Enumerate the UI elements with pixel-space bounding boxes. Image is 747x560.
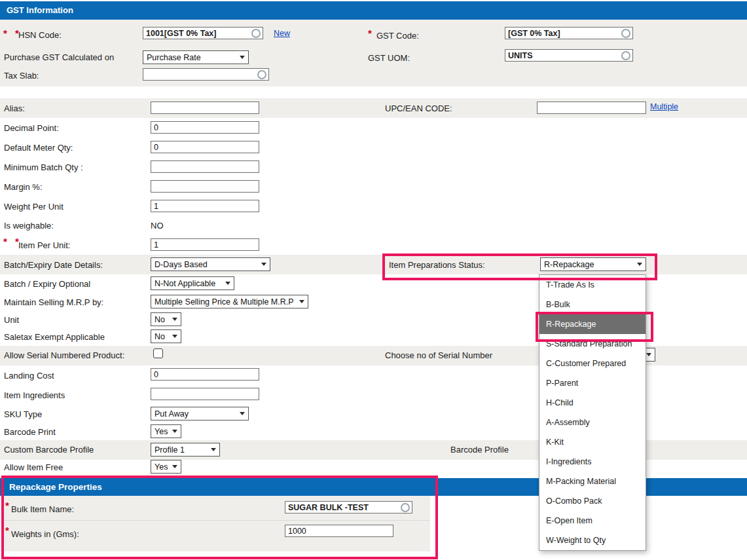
page-title: GST Information (7, 5, 73, 15)
gst-uom-label: GST UOM: (368, 53, 410, 63)
allow-serial-checkbox[interactable] (153, 348, 163, 358)
bulk-item-name-value: SUGAR BULK -TEST (288, 503, 401, 512)
alias-label: Alias: (4, 103, 25, 113)
dropdown-option-label: A-Assembly (546, 418, 590, 427)
margin-label: Margin %: (4, 182, 43, 192)
barcode-print-select[interactable]: Yes (151, 424, 181, 438)
alias-input[interactable] (151, 102, 259, 114)
sku-type-label: SKU Type (4, 409, 42, 419)
dropdown-option-label: O-Combo Pack (546, 496, 602, 506)
dropdown-option-label: H-Child (546, 398, 574, 407)
unit-select[interactable]: No (151, 312, 181, 326)
batch-expiry-optional-label: Batch / Expiry Optional (4, 279, 90, 289)
dropdown-option[interactable]: R-Repackage (539, 314, 646, 334)
dropdown-option[interactable]: W-Weight to Qty (539, 531, 646, 550)
is-weighable-label: Is weighable: (4, 221, 54, 231)
dropdown-arrow-icon (172, 335, 177, 338)
landing-cost-input[interactable] (151, 368, 259, 381)
batch-expiry-details-value: D-Days Based (155, 260, 259, 269)
gst-information-page: GST Information * * HSN Code: 1001[GST 0… (0, 0, 747, 560)
bulk-item-name-label: Bulk Item Name: (11, 504, 74, 514)
item-ingredients-label: Item Ingredients (4, 390, 65, 400)
item-per-unit-label: Item Per Unit: (18, 240, 70, 250)
item-ingredients-input[interactable] (151, 388, 259, 400)
batch-expiry-details-label: Batch/Expiry Date Details: (4, 260, 103, 270)
lookup-circle-icon[interactable] (257, 70, 266, 79)
saletax-exempt-select[interactable]: No (151, 329, 181, 343)
dropdown-option[interactable]: A-Assembly (539, 413, 646, 432)
gst-code-required-asterisk: * (368, 28, 374, 39)
dropdown-option[interactable]: S-Standard Preparation (539, 334, 646, 354)
dropdown-option[interactable]: I-Ingredients (539, 452, 646, 472)
landing-cost-label: Landing Cost (4, 371, 54, 381)
margin-input[interactable] (151, 180, 259, 193)
maintain-selling-mrp-label: Maintain Selling M.R.P by: (4, 297, 103, 307)
tax-slab-input[interactable] (143, 68, 269, 81)
weights-in-gms-label: Weights in (Gms): (11, 529, 79, 539)
dropdown-option[interactable]: O-Combo Pack (539, 491, 646, 511)
upc-multiple-link[interactable]: Multiple (650, 102, 678, 111)
lookup-circle-icon[interactable] (251, 29, 261, 38)
gst-uom-value: UNITS (508, 51, 621, 60)
lookup-circle-icon[interactable] (621, 51, 630, 60)
purchase-gst-value: Purchase Rate (147, 53, 237, 62)
row-divider (4, 520, 430, 521)
batch-expiry-details-select[interactable]: D-Days Based (151, 257, 270, 271)
hsn-new-link[interactable]: New (274, 29, 290, 38)
dropdown-option[interactable]: E-Open Item (539, 511, 646, 531)
dropdown-option[interactable]: P-Parent (539, 373, 646, 393)
dropdown-option-label: B-Bulk (546, 300, 570, 309)
dropdown-option-label: R-Repackage (546, 320, 596, 329)
sku-type-value: Put Away (155, 409, 237, 419)
maintain-selling-mrp-select[interactable]: Multiple Selling Price & Multiple M.R.P (151, 295, 308, 308)
saletax-exempt-value: No (155, 332, 170, 341)
repackage-section-title: Repackage Properties (9, 482, 102, 492)
dropdown-option[interactable]: T-Trade As Is (539, 275, 646, 295)
maintain-selling-mrp-value: Multiple Selling Price & Multiple M.R.P (155, 297, 297, 307)
decimal-point-label: Decimal Point: (4, 123, 59, 133)
dropdown-option-label: S-Standard Preparation (546, 339, 632, 348)
custom-barcode-profile-select[interactable]: Profile 1 (151, 443, 220, 457)
upc-ean-input[interactable] (537, 102, 646, 114)
sku-type-select[interactable]: Put Away (151, 407, 249, 420)
weight-per-unit-input[interactable] (151, 200, 259, 212)
purchase-gst-select[interactable]: Purchase Rate (143, 50, 249, 64)
custom-barcode-profile-value: Profile 1 (155, 445, 208, 455)
dropdown-option-label: K-Kit (546, 438, 564, 447)
item-preparations-status-select[interactable]: R-Repackage (540, 257, 646, 271)
dropdown-arrow-icon (261, 263, 266, 266)
gst-code-input[interactable]: [GST 0% Tax] (505, 27, 633, 39)
gst-code-value: [GST 0% Tax] (508, 29, 621, 38)
dropdown-arrow-icon (637, 263, 642, 266)
allow-item-free-select[interactable]: Yes (151, 460, 181, 474)
barcode-profile-label: Barcode Profile (450, 445, 509, 455)
batch-expiry-optional-select[interactable]: N-Not Applicable (151, 276, 234, 290)
dropdown-arrow-icon (299, 300, 304, 303)
lookup-circle-icon[interactable] (621, 29, 630, 38)
default-meter-qty-input[interactable] (151, 141, 259, 153)
dropdown-option[interactable]: B-Bulk (539, 295, 646, 314)
dropdown-arrow-icon (211, 448, 216, 451)
dropdown-option-label: W-Weight to Qty (546, 536, 606, 545)
dropdown-option[interactable]: M-Packing Material (539, 472, 646, 491)
decimal-point-input[interactable] (151, 121, 259, 134)
allow-serial-label: Allow Serial Numbered Product: (4, 350, 124, 360)
hsn-code-input[interactable]: 1001[GST 0% Tax] (143, 27, 263, 39)
minimum-batch-qty-input[interactable] (151, 160, 259, 173)
dropdown-arrow-icon (225, 282, 230, 285)
dropdown-option[interactable]: C-Customer Prepared (539, 354, 646, 373)
weights-in-gms-input[interactable] (285, 525, 393, 537)
item-per-unit-input[interactable] (151, 238, 259, 251)
saletax-exempt-label: Saletax Exempt Applicable (4, 332, 105, 342)
unit-label: Unit (4, 315, 19, 325)
gst-uom-input[interactable]: UNITS (505, 49, 633, 62)
dropdown-option[interactable]: H-Child (539, 393, 646, 413)
dropdown-option-label: P-Parent (546, 379, 578, 388)
minimum-batch-qty-label: Minimum Batch Qty : (4, 162, 83, 172)
dropdown-option[interactable]: K-Kit (539, 432, 646, 452)
lookup-circle-icon[interactable] (401, 503, 410, 512)
dropdown-arrow-icon (172, 318, 177, 321)
dropdown-option-label: I-Ingredients (546, 457, 591, 466)
bulk-item-name-input[interactable]: SUGAR BULK -TEST (285, 501, 412, 513)
choose-serial-number-label: Choose no of Serial Number (385, 350, 492, 360)
